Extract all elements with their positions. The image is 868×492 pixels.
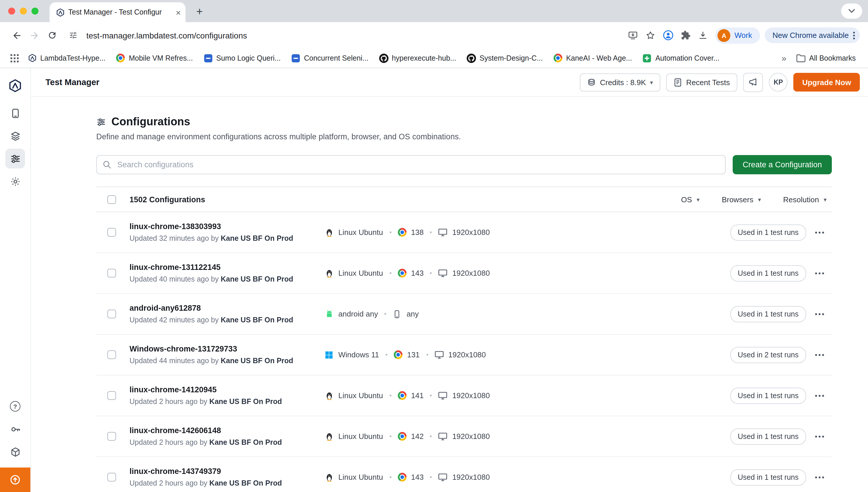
usage-badge[interactable]: Used in 2 test runs bbox=[730, 347, 806, 363]
bookmark-item[interactable]: Automation Cover... bbox=[637, 52, 725, 65]
config-name[interactable]: linux-chrome-142606148 bbox=[130, 426, 316, 435]
key-icon[interactable] bbox=[5, 419, 25, 439]
cube-icon[interactable] bbox=[5, 442, 25, 462]
config-name[interactable]: Windows-chrome-131729733 bbox=[130, 345, 316, 353]
table-row[interactable]: linux-chrome-143749379 Updated 2 hours a… bbox=[96, 457, 832, 492]
bookmark-item[interactable]: KaneAI - Web Age... bbox=[548, 52, 637, 65]
row-checkbox[interactable] bbox=[107, 228, 116, 237]
author-name: Kane US BF On Prod bbox=[209, 479, 282, 487]
search-input[interactable] bbox=[116, 160, 719, 170]
row-checkbox[interactable] bbox=[107, 432, 116, 441]
author-name: Kane US BF On Prod bbox=[221, 275, 294, 283]
separator-dot bbox=[430, 231, 432, 233]
tab-search-button[interactable] bbox=[841, 3, 862, 19]
bookmark-item[interactable]: Concurrent Seleni... bbox=[286, 52, 374, 65]
chrome-update-chip[interactable]: New Chrome available bbox=[765, 27, 860, 43]
bookmarks-overflow-icon[interactable]: » bbox=[777, 53, 791, 63]
table-row[interactable]: android-any612878 Updated 42 minutes ago… bbox=[96, 294, 832, 335]
table-row[interactable]: linux-chrome-142606148 Updated 2 hours a… bbox=[96, 416, 832, 457]
os-label: Linux Ubuntu bbox=[338, 391, 383, 400]
bookmark-star-icon[interactable] bbox=[642, 26, 659, 44]
bookmark-item[interactable]: hyperexecute-hub... bbox=[374, 52, 462, 65]
apps-grid-icon[interactable] bbox=[7, 49, 22, 67]
config-name[interactable]: android-any612878 bbox=[130, 304, 316, 313]
credits-dropdown[interactable]: Credits : 8.9K ▾ bbox=[580, 73, 661, 91]
sidebar-item-layers[interactable] bbox=[5, 126, 25, 146]
table-row[interactable]: Windows-chrome-131729733 Updated 44 minu… bbox=[96, 335, 832, 375]
config-name[interactable]: linux-chrome-131122145 bbox=[130, 263, 316, 272]
bookmark-item[interactable]: Mobile VM Refres... bbox=[111, 52, 198, 65]
usage-badge[interactable]: Used in 1 test runs bbox=[730, 469, 806, 485]
config-updated-line: Updated 2 hours ago by Kane US BF On Pro… bbox=[130, 398, 316, 406]
config-updated-line: Updated 32 minutes ago by Kane US BF On … bbox=[130, 234, 316, 243]
profile-chip[interactable]: A Work bbox=[715, 27, 760, 44]
profile-badge-icon[interactable] bbox=[659, 26, 677, 44]
row-checkbox[interactable] bbox=[107, 391, 116, 400]
chrome-icon bbox=[398, 269, 406, 277]
row-menu-button[interactable] bbox=[812, 231, 827, 233]
browser-tab[interactable]: Test Manager - Test Configur × bbox=[50, 2, 186, 22]
table-row[interactable]: linux-chrome-131122145 Updated 40 minute… bbox=[96, 253, 832, 294]
row-menu-button[interactable] bbox=[812, 353, 827, 356]
row-menu-button[interactable] bbox=[812, 272, 827, 274]
zoom-window-button[interactable] bbox=[31, 7, 39, 15]
user-avatar[interactable]: KP bbox=[769, 73, 788, 92]
help-icon[interactable]: ? bbox=[5, 396, 25, 416]
install-app-icon[interactable] bbox=[624, 26, 642, 44]
create-configuration-button[interactable]: Create a Configuration bbox=[733, 155, 832, 174]
separator-dot bbox=[384, 313, 386, 315]
row-checkbox[interactable] bbox=[107, 269, 116, 277]
blue-app-icon bbox=[203, 53, 213, 63]
row-checkbox[interactable] bbox=[107, 350, 116, 359]
sidebar-item-configurations[interactable] bbox=[5, 149, 25, 169]
reload-button[interactable] bbox=[43, 26, 61, 44]
extensions-icon[interactable] bbox=[677, 26, 694, 44]
search-box[interactable] bbox=[96, 155, 726, 174]
new-tab-button[interactable]: + bbox=[192, 5, 207, 19]
select-all-checkbox[interactable] bbox=[107, 195, 116, 204]
site-settings-icon[interactable] bbox=[64, 26, 82, 44]
android-icon bbox=[324, 309, 334, 319]
usage-badge[interactable]: Used in 1 test runs bbox=[730, 306, 806, 322]
row-menu-button[interactable] bbox=[812, 435, 827, 438]
close-window-button[interactable] bbox=[8, 7, 15, 15]
all-bookmarks-button[interactable]: All Bookmarks bbox=[791, 52, 861, 65]
row-menu-button[interactable] bbox=[812, 313, 827, 315]
usage-badge[interactable]: Used in 1 test runs bbox=[730, 224, 806, 241]
row-menu-button[interactable] bbox=[812, 394, 827, 397]
filter-os[interactable]: OS▾ bbox=[681, 195, 700, 204]
bookmark-item[interactable]: LambdaTest-Hype... bbox=[22, 52, 111, 65]
close-tab-icon[interactable]: × bbox=[175, 8, 181, 17]
upgrade-launcher[interactable] bbox=[0, 468, 30, 492]
usage-badge[interactable]: Used in 1 test runs bbox=[730, 265, 806, 281]
row-checkbox[interactable] bbox=[107, 310, 116, 318]
usage-badge[interactable]: Used in 1 test runs bbox=[730, 428, 806, 444]
table-row[interactable]: linux-chrome-138303993 Updated 32 minute… bbox=[96, 212, 832, 253]
back-button[interactable] bbox=[8, 26, 26, 44]
linux-icon bbox=[324, 268, 334, 278]
sidebar-item-settings[interactable] bbox=[5, 171, 25, 191]
bookmark-item[interactable]: Sumo Logic Queri... bbox=[198, 52, 286, 65]
lambdatest-logo[interactable] bbox=[8, 79, 22, 93]
separator-dot bbox=[390, 231, 391, 233]
sidebar-item-devices[interactable] bbox=[5, 103, 25, 123]
bookmark-item[interactable]: System-Design-C... bbox=[462, 52, 548, 65]
separator-dot bbox=[430, 436, 432, 437]
address-bar[interactable]: test-manager.lambdatest.com/configuratio… bbox=[86, 31, 247, 40]
config-name[interactable]: linux-chrome-14120945 bbox=[130, 385, 316, 394]
config-name[interactable]: linux-chrome-138303993 bbox=[130, 222, 316, 231]
recent-tests-button[interactable]: Recent Tests bbox=[666, 73, 737, 91]
usage-badge[interactable]: Used in 1 test runs bbox=[730, 387, 806, 404]
announcements-button[interactable] bbox=[743, 73, 763, 92]
row-menu-button[interactable] bbox=[812, 476, 827, 478]
config-name[interactable]: linux-chrome-143749379 bbox=[130, 467, 316, 476]
row-checkbox[interactable] bbox=[107, 473, 116, 482]
downloads-icon[interactable] bbox=[694, 26, 712, 44]
resolution-label: 1920x1080 bbox=[452, 269, 490, 277]
minimize-window-button[interactable] bbox=[20, 7, 27, 15]
filter-browsers[interactable]: Browsers▾ bbox=[722, 195, 761, 204]
forward-button[interactable] bbox=[26, 26, 43, 44]
upgrade-now-button[interactable]: Upgrade Now bbox=[793, 73, 860, 92]
filter-resolution[interactable]: Resolution▾ bbox=[783, 195, 827, 204]
table-row[interactable]: linux-chrome-14120945 Updated 2 hours ag… bbox=[96, 375, 832, 416]
